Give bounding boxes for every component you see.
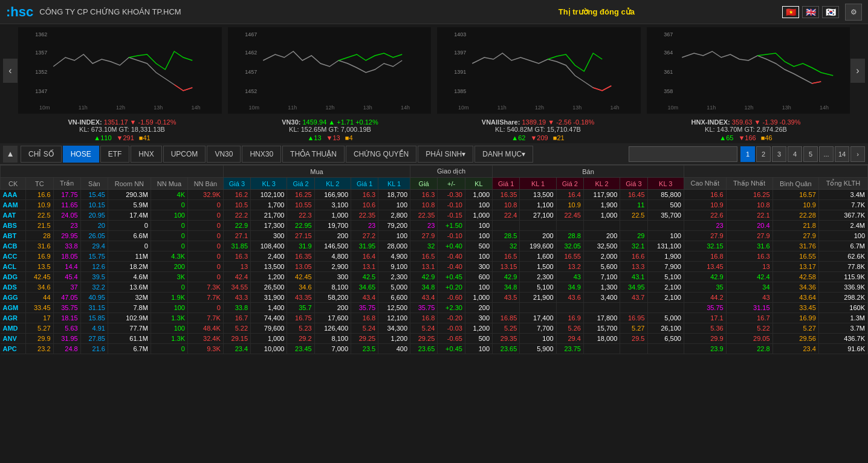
th-b-kl2: KL 2	[583, 178, 620, 190]
tab-etf[interactable]: ETF	[100, 146, 130, 163]
stock-symbol[interactable]: ACC	[1, 251, 26, 262]
ban-kl3: 500	[647, 200, 684, 210]
tab-chỉ-số[interactable]: CHỈ SỐ	[21, 146, 62, 163]
page-btn-3[interactable]: 3	[772, 146, 786, 162]
nn-ban: 0	[187, 231, 223, 241]
stock-symbol[interactable]: AGM	[1, 303, 26, 313]
ban-kl1	[520, 303, 556, 313]
stat-down: ▼291	[117, 134, 134, 141]
tab-hnx[interactable]: HNX	[131, 146, 161, 163]
stock-symbol[interactable]: AAA	[1, 190, 26, 200]
stock-symbol[interactable]: AGG	[1, 293, 26, 303]
mua-g1: 27.2	[351, 231, 378, 241]
ban-g3: 16.95	[620, 313, 647, 323]
page-btn-2[interactable]: 2	[756, 146, 771, 162]
stock-symbol[interactable]: ABS	[1, 221, 26, 231]
tab-thỏa-thuận[interactable]: THỎA THUẬN	[282, 146, 345, 163]
tab-upcom[interactable]: UPCOM	[163, 146, 206, 163]
room-nn: 32M	[108, 293, 151, 303]
gd-gia: 23.65	[410, 344, 438, 354]
nn-mua: 100	[151, 303, 187, 313]
th-nn-mua: NN Mua	[151, 178, 187, 190]
page-btn-1[interactable]: 1	[740, 146, 755, 162]
tab-phái-sinh[interactable]: PHÁI SINH ▾	[418, 146, 473, 163]
cao-nhat: 17.1	[684, 313, 726, 323]
page-btn-14[interactable]: 14	[835, 146, 849, 162]
binh-quan: 34.36	[772, 282, 818, 293]
tab-vn30[interactable]: VN30	[207, 146, 241, 163]
ban-g1: 16.35	[493, 190, 520, 200]
svg-text:1457: 1457	[245, 69, 257, 75]
mua-g1: 16.4	[351, 251, 378, 262]
header: :hsc CÔNG TY CP CHỨNG KHOÁN TP.HCM Thị t…	[0, 0, 868, 24]
cao-nhat: 23	[684, 221, 726, 231]
stock-table-container[interactable]: Mua Giao dịch Bán CK TC Trần Sàn Room NN…	[0, 165, 868, 429]
mua-kl1: 100	[378, 231, 410, 241]
chart-prev-button[interactable]: ‹	[3, 59, 18, 83]
table-row: AGG 44 47.05 40.95 32M 1.9K 7.7K 43.3 31…	[1, 293, 868, 303]
nn-mua: 0	[151, 282, 187, 293]
san-price: 12.6	[80, 262, 108, 272]
search-input[interactable]	[629, 146, 737, 162]
flag-vn[interactable]: 🇻🇳	[782, 6, 799, 18]
ban-g3	[620, 303, 647, 313]
nn-ban: 7.3K	[187, 282, 223, 293]
binh-quan: 13.17	[772, 262, 818, 272]
nn-mua: 0	[151, 221, 187, 231]
mua-kl1: 9,100	[378, 262, 410, 272]
flag-kr[interactable]: 🇰🇷	[822, 6, 839, 18]
stock-symbol[interactable]: ADS	[1, 282, 26, 293]
page-btn-4[interactable]: 4	[788, 146, 802, 162]
flag-gb[interactable]: 🇬🇧	[802, 6, 819, 18]
tong-kl: 160K	[818, 303, 867, 313]
ban-kl1: 1,100	[520, 200, 556, 210]
tab-hnx30[interactable]: HNX30	[242, 146, 281, 163]
tab-scroll-left[interactable]: ▲	[3, 146, 18, 163]
index-block-vnindex: VN-INDEX: 1351.17 ▼ -1.59 -0.12% KL: 673…	[18, 118, 226, 141]
ban-g3: 34.95	[620, 282, 647, 293]
mua-kl2: 17,600	[314, 313, 351, 323]
san-price: 20	[80, 221, 108, 231]
th-room-nn: Room NN	[108, 178, 151, 190]
nn-mua: 1.9K	[151, 293, 187, 303]
stock-symbol[interactable]: ABT	[1, 231, 26, 241]
vnallshare-chart: 1403 1397 1391 1385 10m11h12h13h14h	[437, 27, 641, 114]
index-name: VN-INDEX: 1351.17 ▼ -1.59 -0.12%	[18, 118, 226, 126]
tong-kl: 3.7M	[818, 323, 867, 334]
mua-g1: 23.5	[351, 344, 378, 354]
stock-symbol[interactable]: ADG	[1, 272, 26, 282]
settings-button[interactable]: ⚙	[845, 4, 862, 21]
tc-price: 17	[26, 313, 53, 323]
th-ban: Bán	[493, 166, 684, 178]
tong-kl: 367.7K	[818, 210, 867, 221]
stock-symbol[interactable]: ANV	[1, 334, 26, 344]
stat-up: ▲62	[511, 134, 525, 141]
svg-text:361: 361	[664, 69, 673, 75]
nn-ban: 48.4K	[187, 323, 223, 334]
cao-nhat: 13.45	[684, 262, 726, 272]
stock-symbol[interactable]: ACL	[1, 262, 26, 272]
tong-kl: 298.2K	[818, 293, 867, 303]
stock-symbol[interactable]: ACB	[1, 241, 26, 251]
tab-danh-mục[interactable]: DANH MỤC ▾	[474, 146, 533, 163]
tab-chứng-quyền[interactable]: CHỨNG QUYỀN	[346, 146, 416, 163]
thap-nhat: 16.25	[726, 190, 772, 200]
stock-symbol[interactable]: AMD	[1, 323, 26, 334]
mua-g2: 42.45	[287, 272, 314, 282]
stock-symbol[interactable]: AGR	[1, 313, 26, 323]
page-next-button[interactable]: ›	[850, 146, 865, 162]
stock-symbol[interactable]: APC	[1, 344, 26, 354]
stock-symbol[interactable]: AAT	[1, 210, 26, 221]
page-btn-5[interactable]: 5	[803, 146, 818, 162]
stat-same: ■46	[761, 134, 772, 141]
ban-kl2	[583, 344, 620, 354]
stock-symbol[interactable]: AAM	[1, 200, 26, 210]
tab-hose[interactable]: HOSE	[63, 146, 99, 163]
mua-kl1: 18,700	[378, 190, 410, 200]
ban-kl1: 21,900	[520, 293, 556, 303]
chart-next-button[interactable]: ›	[850, 59, 865, 83]
page-btn-...[interactable]: ...	[819, 146, 834, 162]
gd-kl: 600	[465, 272, 492, 282]
mua-kl3: 17,300	[251, 221, 287, 231]
gd-gia: 23	[410, 221, 438, 231]
